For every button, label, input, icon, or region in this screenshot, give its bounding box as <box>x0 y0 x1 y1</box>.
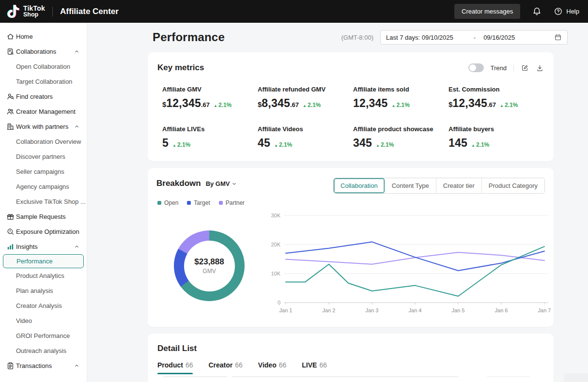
sidebar-item-agency-campaigns[interactable]: Agency campaigns <box>0 179 87 194</box>
legend-swatch <box>157 201 161 205</box>
trend-toggle[interactable] <box>468 63 484 72</box>
arrow-up-icon: ▲ <box>392 104 396 108</box>
detail-tab-product[interactable]: Product66 <box>157 361 193 374</box>
metric-label: Affiliate buyers <box>449 125 544 133</box>
edit-icon[interactable] <box>521 64 529 72</box>
sidebar: HomeCollaborationsOpen CollaborationTarg… <box>0 23 87 382</box>
arrow-up-icon: ▲ <box>274 143 278 148</box>
sidebar-item-collaborations[interactable]: Collaborations <box>0 44 87 59</box>
breakdown-title: Breakdown <box>156 179 201 188</box>
detail-tab-label: LIVE <box>302 361 317 369</box>
sidebar-item-video[interactable]: Video <box>0 313 87 328</box>
question-circle-icon <box>554 7 563 16</box>
breakdown-dimension-select[interactable]: By GMV <box>206 180 237 187</box>
timezone-label: (GMT-8:00) <box>341 34 373 41</box>
gmv-donut-chart: $23,888 GMV <box>174 230 245 301</box>
sidebar-item-performance[interactable]: Performance <box>3 254 84 268</box>
sidebar-item-label: Work with partners <box>16 123 68 130</box>
metric-currency-prefix: $ <box>162 100 166 108</box>
detail-tab-count: 66 <box>279 361 287 369</box>
sidebar-item-find-creators[interactable]: Find creators <box>0 89 87 104</box>
sidebar-item-discover-partners[interactable]: Discover partners <box>0 149 87 164</box>
sidebar-item-label: Performance <box>16 258 52 265</box>
sidebar-item-label: Discover partners <box>16 153 65 160</box>
arrow-up-icon: ▲ <box>172 143 176 148</box>
breakdown-tab-group: CollaborationContent TypeCreator tierPro… <box>333 178 545 194</box>
legend-item-open[interactable]: Open <box>157 199 178 206</box>
creator-management-icon <box>6 107 15 116</box>
arrow-up-icon: ▲ <box>303 104 307 108</box>
sidebar-item-transactions[interactable]: Transactions <box>0 358 87 373</box>
date-range-picker[interactable]: Last 7 days: 09/10/2025 - 09/16/2025 <box>380 30 568 45</box>
chevron-up-icon[interactable] <box>74 124 79 129</box>
table-skeleton-line <box>487 376 530 377</box>
sidebar-item-label: Exposure Optimization <box>16 228 79 235</box>
sidebar-item-collaboration-overview[interactable]: Collaboration Overview <box>0 134 87 149</box>
sidebar-item-label: Video <box>16 317 32 324</box>
legend-item-partner[interactable]: Partner <box>219 199 245 206</box>
metric-delta-value: 2.1% <box>218 102 232 108</box>
download-icon[interactable] <box>536 64 544 72</box>
sidebar-item-open-collaboration[interactable]: Open Collaboration <box>0 59 87 74</box>
detail-tab-creator[interactable]: Creator66 <box>208 361 242 374</box>
legend-item-target[interactable]: Target <box>187 199 210 206</box>
metric-affiliate-lives: Affiliate LIVEs5▲2.1% <box>162 125 258 150</box>
legend-swatch <box>219 201 223 205</box>
key-metrics-title: Key metrics <box>157 63 204 73</box>
sidebar-item-label: Creator Management <box>16 108 76 115</box>
breakdown-tab-product-category[interactable]: Product Category <box>482 178 544 193</box>
gmv-trend-line-chart: 010K20K30KJan 1Jan 2Jan 3Jan 4Jan 5Jan 6… <box>266 210 552 322</box>
breakdown-tab-content-type[interactable]: Content Type <box>385 178 436 193</box>
sidebar-item-exposure-optimization[interactable]: Exposure Optimization <box>0 224 87 239</box>
detail-tab-count: 66 <box>186 361 193 369</box>
metric-delta: ▲2.1% <box>214 102 232 108</box>
detail-tab-video[interactable]: Video66 <box>258 361 286 374</box>
sidebar-item-work-with-partners[interactable]: Work with partners <box>0 119 87 134</box>
legend-label: Partner <box>226 199 245 206</box>
date-range-start: Last 7 days: 09/10/2025 <box>386 34 453 41</box>
bell-icon[interactable] <box>532 6 542 16</box>
sidebar-item-sample-requests[interactable]: Sample Requests <box>0 209 87 224</box>
floating-widget[interactable] <box>564 373 588 382</box>
creator-messages-button[interactable]: Creator messages <box>454 4 520 19</box>
sidebar-item-insights[interactable]: Insights <box>0 239 87 254</box>
metric-value: 5 <box>162 137 169 150</box>
metric-value-row: 45▲2.1% <box>258 137 353 150</box>
metric-label: Affiliate refunded GMV <box>258 86 353 93</box>
metric-value: 12,345 <box>353 97 388 110</box>
sidebar-item-home[interactable]: Home <box>0 29 87 44</box>
breakdown-tab-collaboration[interactable]: Collaboration <box>334 178 385 193</box>
metric-affiliate-product-showcase: Affiliate product showcase345▲2.1% <box>353 125 449 150</box>
sidebar-item-groi-performance[interactable]: GROI Performance <box>0 328 87 343</box>
metric-label: Affiliate LIVEs <box>162 125 258 133</box>
line-series-target <box>286 242 544 271</box>
chevron-up-icon[interactable] <box>74 363 79 368</box>
sidebar-item-plan-analysis[interactable]: Plan analysis <box>0 283 87 298</box>
chevron-up-icon[interactable] <box>74 244 79 249</box>
sidebar-item-target-collaboration[interactable]: Target Collaboration <box>0 74 87 89</box>
metric-label: Affiliate product showcase <box>353 125 449 133</box>
sidebar-item-creator-management[interactable]: Creator Management <box>0 104 87 119</box>
tiktok-note-icon <box>7 5 20 18</box>
svg-text:Jan 1: Jan 1 <box>279 307 293 313</box>
sidebar-item-label: Outreach analysis <box>16 347 66 354</box>
sidebar-item-seller-campaigns[interactable]: Seller campaigns <box>0 164 87 179</box>
find-creators-icon <box>6 92 15 101</box>
tiktok-shop-logo[interactable]: TikTok Shop <box>7 5 45 18</box>
sidebar-item-label: GROI Performance <box>16 332 70 339</box>
legend-label: Open <box>164 199 178 206</box>
breakdown-tab-creator-tier[interactable]: Creator tier <box>436 178 482 193</box>
date-range-separator: - <box>474 34 476 41</box>
chevron-up-icon[interactable] <box>74 49 79 54</box>
help-button[interactable]: Help <box>554 7 579 16</box>
date-range-end: 09/16/2025 <box>483 34 515 41</box>
sidebar-item-creator-analysis[interactable]: Creator Analysis <box>0 298 87 313</box>
sidebar-item-exclusive-tiktok-shop[interactable]: Exclusive TikTok Shop ... <box>0 194 87 209</box>
sidebar-item-product-analytics[interactable]: Product Analytics <box>0 268 87 283</box>
gift-icon <box>6 213 15 221</box>
sidebar-item-outreach-analysis[interactable]: Outreach analysis <box>0 343 87 358</box>
detail-tab-live[interactable]: LIVE66 <box>302 361 327 374</box>
svg-text:Jan 3: Jan 3 <box>366 307 379 313</box>
metric-label: Affiliate items sold <box>353 86 449 93</box>
arrow-up-icon: ▲ <box>376 143 380 148</box>
